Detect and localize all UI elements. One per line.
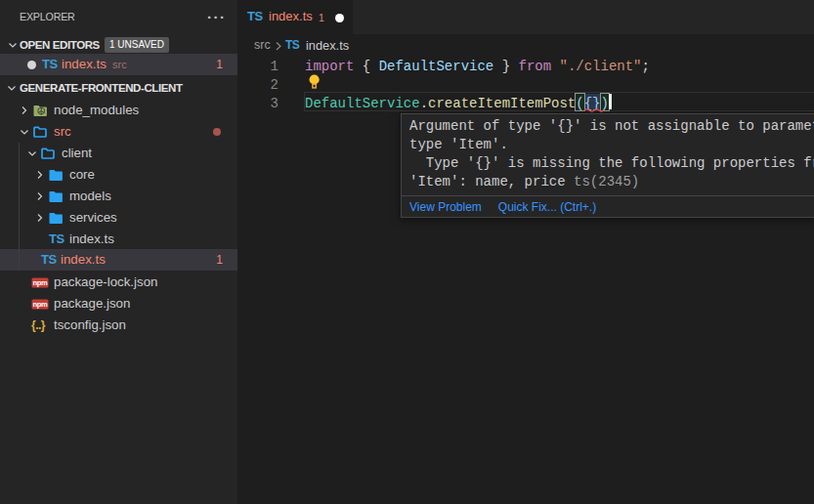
svg-text:npm: npm: [32, 278, 48, 287]
svg-text:npm: npm: [32, 300, 48, 309]
